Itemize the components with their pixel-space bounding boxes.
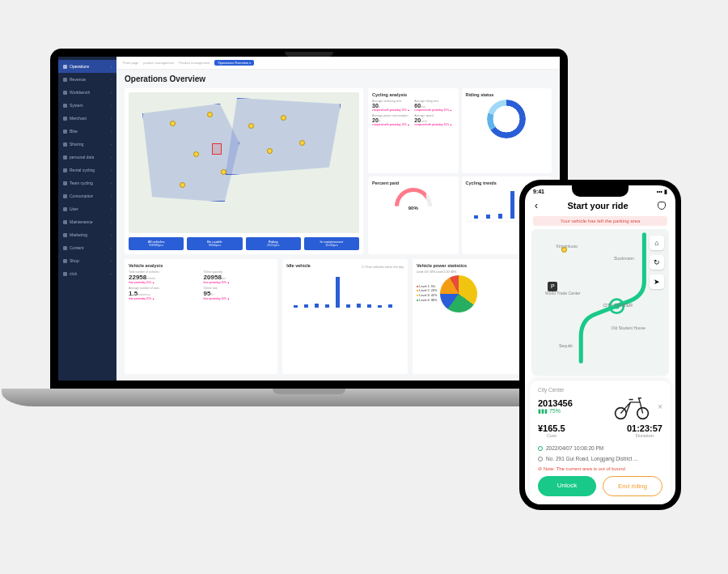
phone-alert: Your vehicle has left the parking area	[533, 216, 667, 226]
map-label: Old Student House	[612, 325, 645, 330]
crumb[interactable]: product management	[143, 61, 174, 65]
sidebar-item-consumption[interactable]: Consumption›	[58, 189, 116, 202]
menu-icon	[63, 259, 67, 263]
map-stat-buttons: All vehicles99999/pcsBe usable9954/pcsRi…	[129, 237, 359, 250]
crumb-active[interactable]: Operations Overview x	[214, 60, 253, 66]
menu-icon	[63, 91, 67, 95]
map-stat-button[interactable]: All vehicles99999/pcs	[129, 237, 184, 250]
menu-icon	[63, 233, 67, 237]
map-label: Stockmann	[614, 256, 634, 261]
parking-icon: P	[548, 282, 557, 291]
operations-map[interactable]	[129, 92, 359, 233]
menu-icon	[63, 194, 67, 198]
menu-icon	[63, 181, 67, 185]
phone-screen: 9:41 ••• ▮ ‹ Start your ride Your vehicl…	[525, 185, 675, 504]
map-label: CITY CENTER	[603, 303, 633, 308]
sidebar-item-sharing[interactable]: Sharing›	[58, 138, 116, 151]
sidebar-item-maintenance[interactable]: Maintenance›	[58, 215, 116, 228]
idle-vehicle-card: Idle vehicle ☐ Free vehicles within the …	[282, 259, 408, 374]
gauge-value: 90%	[395, 206, 432, 210]
power-pie-chart	[440, 275, 477, 313]
menu-icon	[63, 78, 67, 82]
menu-icon	[63, 142, 67, 147]
sidebar-item-workbench[interactable]: Workbench›	[58, 86, 116, 99]
breadcrumbs: Front page product management Product ma…	[116, 57, 560, 70]
card-title: Cycling analysis	[372, 92, 454, 97]
menu-icon	[63, 272, 67, 276]
menu-icon	[63, 220, 67, 224]
crumb[interactable]: Product management	[179, 61, 210, 65]
map-stat-button[interactable]: Riding2522/pcs	[246, 237, 301, 250]
duration-label: Duration	[627, 433, 662, 438]
percent-paid-card: Percent paid 90%	[368, 176, 458, 255]
percent-gauge: 90%	[395, 188, 432, 210]
bike-image	[611, 393, 653, 420]
menu-icon	[63, 155, 67, 159]
main-content: Front page product management Product ma…	[116, 57, 560, 381]
unlock-button[interactable]: Unlock	[538, 476, 596, 496]
bike-id: 2013456	[538, 398, 573, 408]
cycling-analysis-card: Cycling analysis Average unlocking time3…	[368, 88, 458, 173]
card-title: Percent paid	[372, 181, 454, 185]
sidebar-item-personal-data[interactable]: personal data›	[58, 151, 116, 164]
time-line: 2022/04/07 10:08:20 PM	[538, 443, 662, 453]
sidebar-item-user[interactable]: User›	[58, 202, 116, 215]
dashboard-app: Operations›Revenue›Workbench›System›Merc…	[58, 57, 560, 381]
sidebar-item-bike[interactable]: Bike›	[58, 125, 116, 138]
sidebar-item-marketing[interactable]: Marketing›	[58, 228, 116, 241]
menu-icon	[63, 246, 67, 250]
map-stat-button[interactable]: In maintenance1523/pcs	[304, 237, 359, 250]
map-card: All vehicles99999/pcsBe usable9954/pcsRi…	[125, 88, 363, 254]
back-icon[interactable]: ‹	[535, 200, 538, 211]
duration-value: 01:23:57	[627, 423, 662, 433]
vehicle-analysis-card: Vehicle analysis Total number of vehicle…	[125, 259, 277, 374]
area-label: City Center	[538, 387, 662, 393]
phone-mockup: 9:41 ••• ▮ ‹ Start your ride Your vehicl…	[519, 180, 681, 510]
locate-icon[interactable]: ➤	[650, 274, 664, 289]
laptop-screen: Operations›Revenue›Workbench›System›Merc…	[50, 49, 568, 389]
ride-sheet: City Center 2013456 ▮▮▮ 75% × ¥165.5 Cos…	[530, 381, 671, 504]
menu-icon	[63, 130, 67, 134]
battery-label: ▮▮▮ 75%	[538, 408, 573, 415]
card-title: Vehicle analysis	[129, 263, 273, 268]
riding-status-card: Riding status	[462, 88, 552, 173]
map-stat-button[interactable]: Be usable9954/pcs	[187, 237, 242, 250]
sidebar: Operations›Revenue›Workbench›System›Merc…	[58, 57, 116, 381]
sidebar-item-revenue[interactable]: Revenue›	[58, 73, 116, 86]
map-label: Sequitti	[559, 343, 573, 348]
location-line: No. 291 Gui Road, Longgang District ...	[538, 453, 662, 464]
signal-icon: ••• ▮	[657, 189, 667, 195]
sidebar-item-system[interactable]: System›	[58, 99, 116, 112]
sidebar-item-content[interactable]: Content›	[58, 241, 116, 254]
idle-checkbox[interactable]: ☐ Free vehicles within the day	[362, 265, 404, 269]
menu-icon	[63, 104, 67, 108]
sidebar-item-team-cycling[interactable]: Team cycling›	[58, 176, 116, 189]
sidebar-item-shop[interactable]: Shop›	[58, 254, 116, 267]
warning-text: ⊘ Note: The current area is out of bound	[538, 464, 662, 476]
power-legend: Level 1: 5% Level 2: 20% Level 3: 45% Le…	[417, 285, 437, 304]
crumb[interactable]: Front page	[123, 61, 138, 65]
card-title: Idle vehicle	[286, 263, 311, 268]
sidebar-item-club[interactable]: club›	[58, 267, 116, 280]
card-title: Riding status	[466, 92, 548, 97]
sidebar-item-merchant[interactable]: Merchant›	[58, 112, 116, 125]
bell-icon[interactable]	[658, 202, 666, 210]
map-label: Kirjurinluoto	[557, 244, 578, 249]
idle-chart	[286, 270, 404, 308]
menu-icon	[63, 168, 67, 172]
menu-icon	[63, 65, 67, 69]
close-icon[interactable]: ×	[658, 402, 662, 411]
menu-icon	[63, 117, 67, 121]
page-title: Operations Overview	[116, 70, 560, 88]
riding-donut-chart	[487, 100, 526, 138]
cost-value: ¥165.5	[538, 423, 565, 433]
refresh-icon[interactable]: ↻	[650, 255, 664, 270]
home-icon[interactable]: ⌂	[650, 236, 664, 250]
sidebar-item-operations[interactable]: Operations›	[58, 60, 116, 73]
end-riding-button[interactable]: End riding	[603, 476, 662, 496]
phone-map[interactable]: Kirjurinluoto Stockmann World Trade Cent…	[531, 229, 669, 376]
sidebar-item-rental-cycling[interactable]: Rental cycling›	[58, 164, 116, 176]
cost-label: Cost	[538, 433, 565, 438]
phone-title: Start your ride	[567, 201, 628, 210]
menu-icon	[63, 207, 67, 211]
